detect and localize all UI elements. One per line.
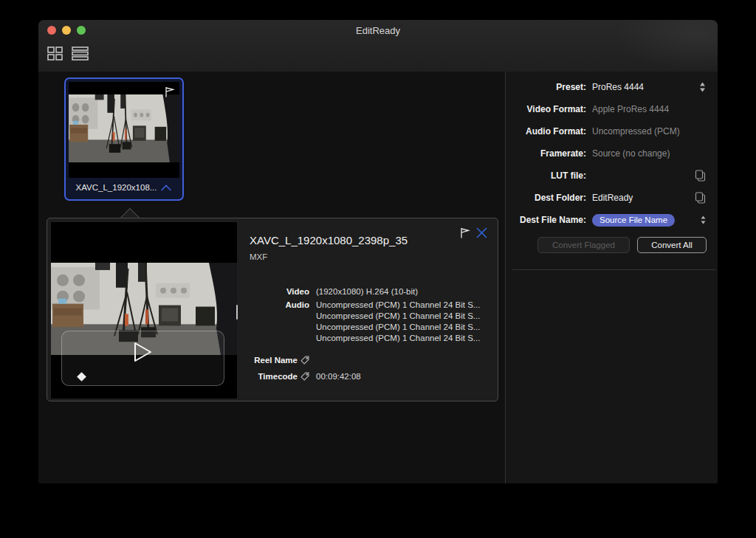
clip-details: Video (1920x1080) H.264 (10-bit) Audio U… [236,286,480,386]
flag-icon[interactable] [458,227,471,239]
video-detail-row: Video (1920x1080) H.264 (10-bit) [236,286,480,297]
reel-name-label: Reel Name [236,355,309,366]
window-title: EditReady [38,20,718,41]
grid-view-button[interactable] [44,44,65,62]
audio-format-label: Audio Format: [506,126,586,137]
titlebar[interactable]: EditReady [38,20,718,41]
framerate-value: Source (no change) [592,148,670,159]
convert-all-button[interactable]: Convert All [637,237,707,253]
audio-format-row: Audio Format: Uncompressed (PCM) [506,120,718,142]
clip-label-row: XAVC_L_1920x108... [66,179,182,196]
video-preview[interactable] [51,222,237,399]
video-frame-thumbnail [69,94,179,162]
collapse-chevron-icon[interactable] [160,184,172,191]
audio-format-value: Uncompressed (PCM) [592,126,680,137]
audio-track: Uncompressed (PCM) 1 Channel 24 Bit S... [316,333,480,344]
video-format-row: Video Format: Apple ProRes 4444 [506,98,718,120]
dest-file-name-label: Dest File Name: [506,215,586,225]
tag-icon[interactable] [300,356,309,365]
dest-file-name-stepper-icon[interactable] [701,215,706,225]
window-chrome: EditReady [38,20,718,72]
toolbar [44,44,90,62]
framerate-label: Framerate: [506,148,586,159]
list-view-button[interactable] [69,44,90,62]
settings-divider [512,269,715,270]
clip-thumbnail-image[interactable] [69,82,179,178]
dest-folder-browse-icon[interactable] [695,192,706,204]
preset-value[interactable]: ProRes 4444 [592,82,644,92]
tag-icon[interactable] [300,372,309,381]
dest-file-name-row: Dest File Name: Source File Name [506,209,718,231]
popover-container-format: MXF [250,252,267,261]
playhead-marker[interactable] [77,372,86,382]
convert-buttons-row: Convert Flagged Convert All [506,237,718,255]
play-icon[interactable] [134,342,153,362]
flag-icon[interactable] [163,86,176,98]
timecode-value: 00:09:42:08 [316,371,361,382]
preset-row: Preset: ProRes 4444 [506,76,718,98]
audio-track: Uncompressed (PCM) 1 Channel 24 Bit S... [316,300,480,311]
lut-file-browse-icon[interactable] [695,170,706,182]
close-popover-icon[interactable] [475,227,488,239]
convert-flagged-button[interactable]: Convert Flagged [537,237,630,253]
audio-track: Uncompressed (PCM) 1 Channel 24 Bit S... [316,311,480,322]
grid-view-icon [47,46,63,61]
audio-track: Uncompressed (PCM) 1 Channel 24 Bit S... [316,322,480,333]
audio-tracks: Uncompressed (PCM) 1 Channel 24 Bit S...… [316,300,480,344]
dest-folder-value[interactable]: EditReady [592,193,633,203]
timecode-label: Timecode [236,371,309,382]
dest-folder-row: Dest Folder: EditReady [506,187,718,209]
audio-detail-row: Audio Uncompressed (PCM) 1 Channel 24 Bi… [236,300,480,344]
reel-name-row: Reel Name [236,354,480,368]
settings-rows: Preset: ProRes 4444 Video Format: Apple … [506,72,718,231]
editready-window: EditReady [38,20,718,483]
clip-detail-popover: XAVC_L_1920x1080_2398p_35 MXF [47,218,498,401]
clip-thumbnail-cell[interactable]: XAVC_L_1920x108... [64,77,184,201]
media-browser: XAVC_L_1920x108... [38,72,505,483]
framerate-row: Framerate: Source (no change) [506,142,718,165]
dest-file-name-token[interactable]: Source File Name [592,214,675,227]
audio-label: Audio [236,300,309,344]
video-format-label: Video Format: [506,104,586,114]
preset-stepper-icon[interactable] [699,82,706,93]
conversion-settings-panel: Preset: ProRes 4444 Video Format: Apple … [506,72,718,483]
list-view-icon [72,46,89,61]
workshop-scene-graphic [69,94,179,162]
timecode-row: Timecode 00:09:42:08 [236,370,480,384]
window-content: XAVC_L_1920x108... [38,72,718,483]
dest-folder-label: Dest Folder: [506,193,586,203]
video-format-value: Apple ProRes 4444 [592,104,669,114]
popover-clip-title: XAVC_L_1920x1080_2398p_35 [250,234,408,246]
lut-file-row: LUT file: [506,165,718,187]
video-label: Video [236,286,309,297]
preset-label: Preset: [506,82,586,92]
video-value: (1920x1080) H.264 (10-bit) [316,286,418,297]
lut-file-label: LUT file: [506,170,586,181]
clip-filename: XAVC_L_1920x108... [76,183,157,192]
desktop: EditReady [0,0,756,538]
